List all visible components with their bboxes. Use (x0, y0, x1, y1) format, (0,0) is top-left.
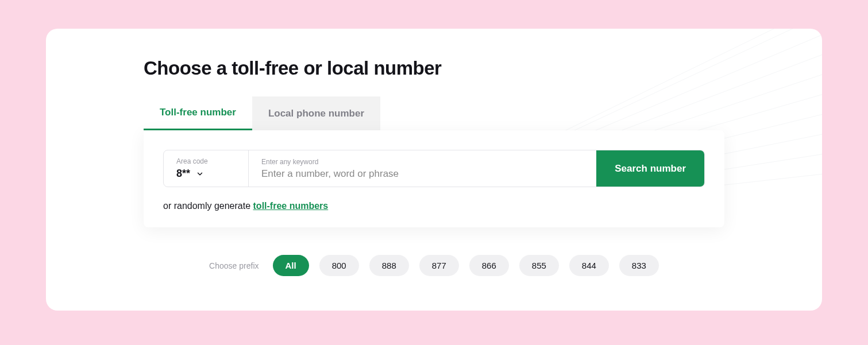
prefix-pill-877[interactable]: 877 (419, 255, 459, 276)
area-code-value: 8** (176, 168, 190, 180)
area-code-dropdown[interactable]: Area code 8** (164, 150, 249, 187)
keyword-box: Enter any keyword (249, 150, 596, 187)
prefix-pill-855[interactable]: 855 (519, 255, 559, 276)
keyword-label: Enter any keyword (261, 158, 584, 166)
random-generate-row: or randomly generate toll-free numbers (163, 201, 705, 211)
search-panel: Area code 8** Enter any keyword Search n… (144, 130, 724, 227)
prefix-pill-866[interactable]: 866 (469, 255, 509, 276)
prefix-pill-800[interactable]: 800 (319, 255, 359, 276)
prefix-label: Choose prefix (209, 261, 259, 270)
prefix-pill-844[interactable]: 844 (569, 255, 609, 276)
number-chooser-card: Choose a toll-free or local number Toll-… (46, 29, 822, 311)
tab-toll-free[interactable]: Toll-free number (144, 96, 252, 130)
number-type-tabs: Toll-free number Local phone number (144, 96, 724, 130)
page-title: Choose a toll-free or local number (144, 57, 724, 79)
prefix-chooser: Choose prefix All800888877866855844833 (144, 255, 724, 276)
prefix-pill-888[interactable]: 888 (369, 255, 409, 276)
prefix-pill-833[interactable]: 833 (619, 255, 659, 276)
prefix-pill-all[interactable]: All (273, 255, 309, 276)
area-code-label: Area code (176, 157, 236, 165)
random-toll-free-link[interactable]: toll-free numbers (253, 201, 329, 211)
search-number-button[interactable]: Search number (596, 150, 704, 187)
keyword-input[interactable] (261, 168, 584, 180)
chevron-down-icon (196, 170, 204, 178)
tab-local[interactable]: Local phone number (252, 96, 380, 130)
search-row: Area code 8** Enter any keyword Search n… (163, 150, 705, 187)
random-prefix-text: or randomly generate (163, 201, 253, 211)
